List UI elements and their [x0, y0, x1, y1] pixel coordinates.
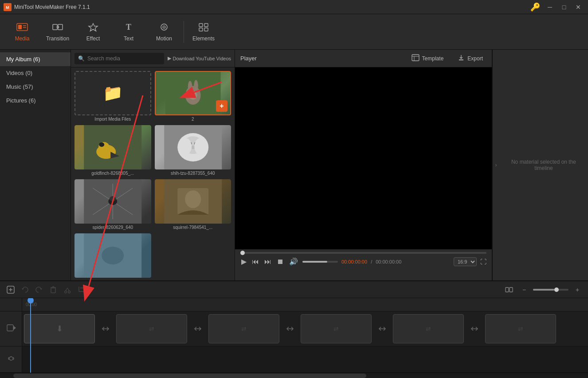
player-controls: ▶ ⏮ ⏭ ⏹ 🔊 00:00:00:00 / 00:00:00:00 16:9	[235, 249, 492, 280]
search-input[interactable]	[87, 55, 161, 62]
media-item-shih[interactable]: shih-tzu-8287355_640	[155, 125, 231, 176]
split-view-button[interactable]	[503, 284, 515, 296]
timeline-area: − +	[0, 280, 588, 378]
search-input-wrap[interactable]: 🔍	[74, 53, 164, 64]
svg-rect-60	[7, 325, 13, 331]
right-controls: 16:9 4:3 1:1 ⛶	[454, 257, 486, 266]
timeline-left-controls	[4, 284, 88, 296]
fullscreen-button[interactable]: ⛶	[480, 258, 486, 265]
timeline-clip-3[interactable]: ⇄	[301, 314, 372, 343]
toolbar-motion-label: Motion	[156, 35, 172, 42]
cut-button[interactable]	[61, 284, 74, 296]
svg-rect-47	[412, 55, 419, 61]
audio-track-icon	[6, 354, 16, 365]
skip-back-button[interactable]: ⏮	[251, 257, 260, 267]
undo-button[interactable]	[19, 284, 31, 296]
svg-point-19	[188, 81, 192, 93]
scrollbar-thumb[interactable]	[13, 374, 366, 378]
download-youtube-button[interactable]: ▶ Download YouTube Videos	[168, 55, 231, 61]
clip-3-icon: ⇄	[241, 325, 247, 332]
toolbar-transition[interactable]: Transition	[40, 16, 75, 48]
main-area: My Album (6) Videos (0) Music (57) Pictu…	[0, 50, 588, 280]
stop-button[interactable]: ⏹	[276, 257, 285, 267]
timeline-clip-2[interactable]: ⇄	[208, 314, 279, 343]
text-icon: T	[123, 22, 134, 34]
timeline-transition-3[interactable]	[373, 314, 391, 343]
import-media-item[interactable]: 📁 Import Media Files	[74, 71, 151, 122]
export-icon	[458, 54, 465, 63]
aspect-ratio-select[interactable]: 16:9 4:3 1:1	[454, 257, 477, 266]
clip-2-icon: ⇄	[149, 325, 154, 332]
media-item-rabbit[interactable]: + 2	[155, 71, 231, 122]
media-grid: 📁 Import Media Files	[71, 67, 235, 280]
template-button[interactable]: Template	[408, 52, 447, 64]
sidebar-item-my-album[interactable]: My Album (6)	[0, 52, 71, 66]
toolbar-effect[interactable]: Effect	[75, 16, 111, 48]
timeline-clip-0[interactable]: ⬇	[24, 314, 95, 343]
zoom-slider[interactable]	[533, 289, 568, 291]
right-panel: No material selected on the timeline	[499, 50, 588, 280]
add-to-timeline-badge[interactable]: +	[216, 100, 227, 112]
timeline-transition-2[interactable]	[281, 314, 299, 343]
video-track-row: ⬇ ⇄ ⇄ ⇄	[22, 311, 588, 346]
zoom-out-button[interactable]: −	[518, 284, 530, 296]
youtube-icon: ▶	[168, 55, 171, 61]
timeline-scrollbar[interactable]	[0, 373, 588, 378]
toolbar-motion[interactable]: Motion	[146, 16, 182, 48]
toolbar-separator	[184, 21, 184, 43]
sidebar-item-pictures[interactable]: Pictures (6)	[0, 94, 71, 107]
no-material-text: No material selected on the timeline	[505, 159, 583, 171]
tracks: 00:00 ⬇ ⇄ ⇄	[22, 298, 588, 373]
media-item-goldfinch[interactable]: goldfinch-8268805_...	[74, 125, 151, 176]
media-item-partial[interactable]: ...	[74, 233, 151, 280]
toolbar-media[interactable]: Media	[4, 16, 40, 48]
timeline-transition-4[interactable]	[466, 314, 483, 343]
zoom-in-button[interactable]: +	[571, 284, 584, 296]
sidebar-item-videos[interactable]: Videos (0)	[0, 66, 71, 80]
delete-button[interactable]	[47, 284, 59, 296]
redo-button[interactable]	[33, 284, 45, 296]
svg-rect-51	[51, 288, 55, 293]
svg-marker-8	[89, 24, 98, 31]
toolbar-elements[interactable]: Elements	[186, 16, 221, 48]
partial-label: ...	[74, 279, 151, 280]
volume-button[interactable]: 🔊	[288, 256, 299, 267]
svg-point-21	[188, 91, 197, 99]
toolbar-text[interactable]: T Text	[111, 16, 146, 48]
timeline-transition-1[interactable]	[189, 314, 207, 343]
squirrel-label: squirrel-7984541_...	[155, 225, 231, 230]
zoom-fill	[533, 289, 554, 291]
timeline-clip-1[interactable]: ⇄	[116, 314, 187, 343]
timeline-content[interactable]: 00:00 ⬇ ⇄ ⇄	[0, 298, 588, 373]
header-actions: Template Export	[408, 52, 486, 64]
svg-point-44	[102, 247, 124, 264]
progress-bar[interactable]	[240, 252, 486, 254]
close-button[interactable]: ✕	[572, 3, 584, 12]
timeline-clip-4[interactable]: ⇄	[393, 314, 464, 343]
timeline-clip-5[interactable]: ⇄	[485, 314, 556, 343]
skip-forward-button[interactable]: ⏭	[263, 257, 272, 267]
crop-button[interactable]	[75, 284, 88, 296]
media-item-squirrel[interactable]: squirrel-7984541_...	[155, 179, 231, 230]
collapse-handle[interactable]: ›	[492, 50, 499, 280]
maximize-button[interactable]: □	[558, 3, 570, 12]
media-icon	[16, 22, 28, 34]
volume-slider[interactable]	[302, 261, 338, 263]
elements-icon	[198, 22, 209, 34]
sidebar-item-music[interactable]: Music (57)	[0, 80, 71, 94]
media-item-spider[interactable]: spider-8260629_640	[74, 179, 151, 230]
minimize-button[interactable]: ─	[544, 3, 556, 12]
svg-rect-13	[199, 24, 203, 27]
timeline-transition-0[interactable]	[97, 314, 114, 343]
svg-rect-59	[510, 287, 513, 292]
timeline-ruler: 00:00	[22, 298, 588, 311]
toolbar-effect-label: Effect	[86, 35, 100, 42]
transition-icon	[52, 22, 63, 34]
svg-point-33	[194, 138, 205, 154]
add-clip-button[interactable]	[4, 284, 17, 296]
svg-point-39	[110, 196, 116, 201]
svg-point-42	[185, 190, 201, 208]
export-button[interactable]: Export	[454, 52, 486, 64]
play-button[interactable]: ▶	[240, 256, 247, 267]
effect-icon	[87, 22, 99, 34]
